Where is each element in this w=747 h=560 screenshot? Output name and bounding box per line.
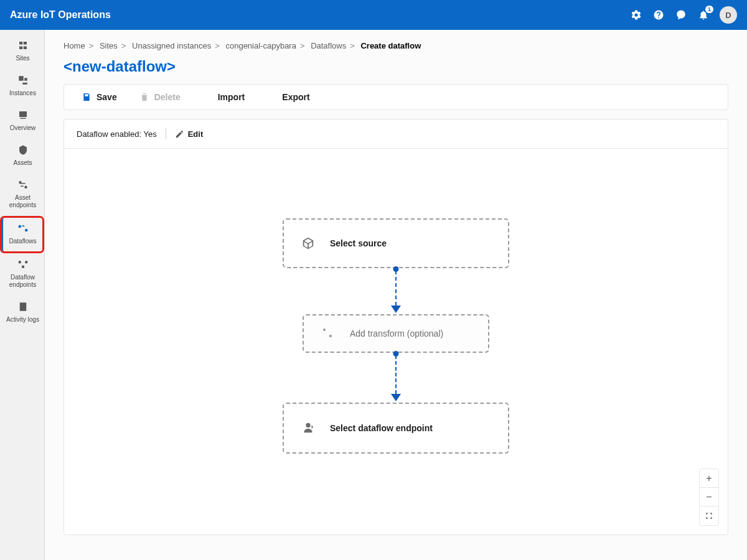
sidebar-item-label: Dataflow endpoints	[2, 274, 43, 289]
endpoint-icon	[301, 421, 315, 435]
edit-button[interactable]: Edit	[175, 129, 204, 139]
sidebar-item-dataflows[interactable]: Dataflows	[2, 218, 42, 251]
header-actions: 1 D	[630, 6, 737, 24]
import-button[interactable]: Import	[203, 92, 245, 102]
activity-logs-icon	[17, 301, 29, 314]
assets-icon	[17, 144, 29, 157]
sidebar-item-label: Overview	[10, 124, 36, 132]
page-title: <new-dataflow>	[63, 58, 728, 75]
left-sidebar: Sites Instances Overview Assets Asset en…	[0, 30, 45, 560]
instances-icon	[17, 75, 29, 87]
edit-label: Edit	[188, 129, 204, 139]
asset-endpoints-icon	[17, 179, 29, 192]
sidebar-item-dataflow-endpoints[interactable]: Dataflow endpoints	[0, 254, 44, 295]
transform-icon	[321, 327, 335, 340]
sidebar-item-activity-logs[interactable]: Activity logs	[0, 296, 44, 330]
toolbar: Save Delete Import Export	[63, 84, 728, 110]
zoom-out-button[interactable]: −	[700, 488, 718, 506]
add-transform-stage[interactable]: Add transform (optional)	[303, 314, 489, 353]
dataflow-endpoints-icon	[17, 259, 29, 271]
sidebar-item-label: Assets	[13, 159, 32, 167]
toolbar-label: Import	[218, 92, 245, 102]
toolbar-label: Export	[282, 92, 309, 102]
dataflows-icon	[17, 223, 29, 235]
sidebar-item-instances[interactable]: Instances	[0, 70, 44, 103]
sidebar-item-label: Sites	[16, 55, 29, 62]
brand-title: Azure IoT Operations	[10, 9, 111, 21]
toolbar-label: Save	[96, 92, 117, 102]
export-icon	[267, 92, 277, 102]
arrow-down-icon	[391, 306, 401, 313]
fit-icon	[705, 511, 713, 520]
top-header: Azure IoT Operations 1 D	[0, 0, 747, 30]
import-icon	[203, 92, 213, 102]
edit-icon	[175, 129, 184, 139]
sidebar-item-label: Activity logs	[6, 316, 39, 324]
breadcrumb: Home> Sites> Unassigned instances> conge…	[63, 41, 728, 50]
divider	[166, 128, 166, 139]
dataflow-canvas[interactable]: Select source Add transform (optional) S…	[64, 149, 728, 534]
delete-icon	[139, 92, 149, 102]
notification-badge: 1	[705, 6, 713, 13]
connector-line	[395, 355, 397, 394]
breadcrumb-current: Create dataflow	[360, 41, 421, 50]
zoom-fit-button[interactable]	[700, 506, 718, 525]
status-text: Dataflow enabled: Yes	[77, 129, 157, 139]
sidebar-item-label: Asset endpoints	[2, 194, 43, 209]
toolbar-label: Delete	[154, 92, 181, 102]
sidebar-item-assets[interactable]: Assets	[0, 139, 44, 173]
save-icon	[82, 92, 92, 102]
breadcrumb-item[interactable]: Dataflows	[311, 41, 346, 50]
arrow-down-icon	[391, 394, 401, 401]
sidebar-item-asset-endpoints[interactable]: Asset endpoints	[0, 174, 44, 215]
zoom-in-button[interactable]: +	[700, 469, 718, 488]
breadcrumb-item[interactable]: Sites	[100, 41, 118, 50]
save-button[interactable]: Save	[82, 92, 117, 102]
connector-line	[395, 271, 397, 306]
help-icon[interactable]	[652, 9, 665, 21]
settings-icon[interactable]	[630, 9, 642, 21]
status-bar: Dataflow enabled: Yes Edit	[64, 119, 728, 149]
select-endpoint-stage[interactable]: Select dataflow endpoint	[283, 403, 509, 454]
cube-icon	[301, 236, 315, 250]
stage-label: Select dataflow endpoint	[330, 423, 433, 433]
stage-label: Select source	[330, 238, 387, 248]
breadcrumb-item[interactable]: Home	[63, 41, 85, 50]
overview-icon	[17, 110, 29, 122]
sites-icon	[17, 40, 29, 52]
stage-label: Add transform (optional)	[350, 329, 443, 338]
sidebar-item-overview[interactable]: Overview	[0, 105, 44, 138]
sidebar-item-label: Dataflows	[9, 238, 37, 245]
notifications-icon[interactable]: 1	[697, 9, 710, 21]
main-content: Home> Sites> Unassigned instances> conge…	[45, 30, 747, 560]
zoom-controls: + −	[699, 469, 719, 526]
sidebar-item-sites[interactable]: Sites	[0, 35, 44, 68]
breadcrumb-item[interactable]: congenial-capybara	[225, 41, 296, 50]
delete-button: Delete	[139, 92, 181, 102]
sidebar-item-label: Instances	[9, 90, 36, 97]
breadcrumb-item[interactable]: Unassigned instances	[132, 41, 211, 50]
export-button[interactable]: Export	[267, 92, 309, 102]
user-avatar[interactable]: D	[720, 6, 737, 24]
feedback-icon[interactable]	[675, 9, 687, 21]
dataflow-canvas-card: Dataflow enabled: Yes Edit Select source	[63, 119, 728, 535]
select-source-stage[interactable]: Select source	[283, 218, 509, 268]
